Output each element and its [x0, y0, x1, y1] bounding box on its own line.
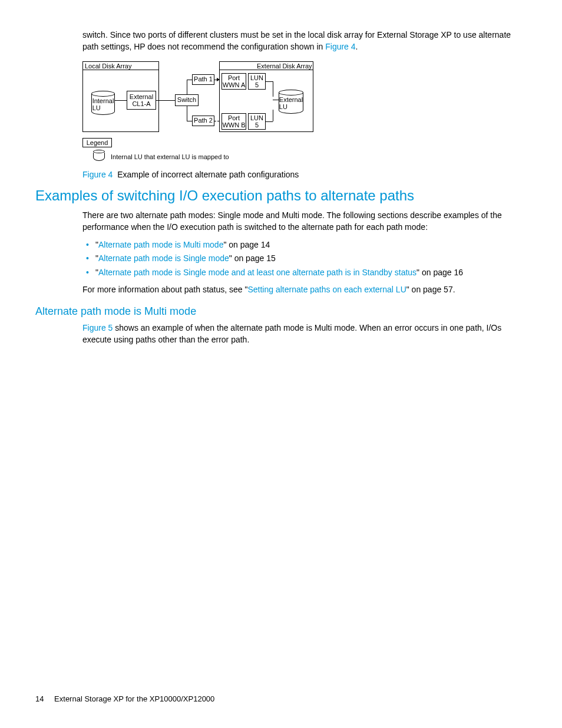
connector-line [266, 81, 273, 82]
figure-5-link[interactable]: Figure 5 [82, 323, 113, 332]
connector-line [273, 100, 279, 100]
link-multi-mode[interactable]: Alternate path mode is Multi mode [98, 240, 223, 249]
external-lu-cylinder-icon: External LU [279, 90, 303, 114]
internal-lu-cylinder-icon: Internal LU [91, 91, 115, 116]
connector-line [187, 106, 187, 121]
figure-4-label: Figure 4 [82, 170, 113, 179]
port-wwn-a-box: Port WWN A [222, 73, 246, 90]
connector-line [187, 80, 187, 94]
page-footer: 14 External Storage XP for the XP10000/X… [35, 694, 214, 704]
link-setting-alternate-paths[interactable]: Setting alternate paths on each external… [247, 285, 406, 294]
section-heading-examples: Examples of switching I/O execution path… [35, 186, 527, 206]
text: . [356, 42, 358, 51]
path1-box: Path 1 [192, 74, 214, 85]
connector-line [115, 100, 127, 101]
intro-paragraph: There are two alternate path modes: Sing… [82, 210, 527, 233]
port-wwn-b-box: Port WWN B [222, 113, 246, 130]
intro-continuation-paragraph: switch. Since two ports of different clu… [82, 29, 527, 52]
connector-dashed [214, 121, 219, 121]
page-number: 14 [35, 694, 44, 703]
lun-5-top-box: LUN 5 [248, 73, 266, 90]
legend-text: Internal LU that external LU is mapped t… [111, 153, 229, 162]
connector-line [266, 121, 273, 122]
lun-5-bottom-box: LUN 5 [248, 113, 266, 130]
more-info-paragraph: For more information about path status, … [82, 284, 527, 296]
connector-line [187, 121, 192, 121]
connector-line [156, 100, 175, 101]
legend-cylinder-icon [93, 150, 105, 160]
connector-arrow [214, 80, 219, 80]
bullet-list: "Alternate path mode is Multi mode" on p… [82, 239, 527, 279]
divider [219, 70, 313, 70]
list-item: "Alternate path mode is Single mode" on … [95, 253, 527, 265]
subsection-heading-multi-mode: Alternate path mode is Multi mode [35, 304, 527, 319]
legend-title-box: Legend [82, 138, 112, 147]
figure-4-caption-text: Example of incorrect alternate path conf… [117, 170, 299, 179]
connector-line [273, 81, 273, 97]
list-item: "Alternate path mode is Single mode and … [95, 267, 527, 279]
text: switch. Since two ports of different clu… [82, 30, 511, 51]
subsection-paragraph: Figure 5 shows an example of when the al… [82, 322, 527, 345]
list-item: "Alternate path mode is Multi mode" on p… [95, 239, 527, 251]
link-single-standby[interactable]: Alternate path mode is Single mode and a… [98, 268, 416, 277]
footer-title: External Storage XP for the XP10000/XP12… [54, 694, 214, 703]
figure-4-link[interactable]: Figure 4 [325, 42, 355, 51]
path2-box: Path 2 [192, 116, 214, 126]
connector-line [273, 110, 273, 121]
figure-4-diagram: Local Disk Array Internal LU External CL… [82, 61, 527, 164]
connector-line [187, 80, 192, 80]
link-single-mode[interactable]: Alternate path mode is Single mode [98, 253, 229, 263]
figure-4-caption: Figure 4 Example of incorrect alternate … [82, 169, 527, 181]
divider [82, 70, 159, 70]
switch-box: Switch [175, 94, 199, 106]
external-cl1a-box: External CL1-A [127, 91, 156, 110]
